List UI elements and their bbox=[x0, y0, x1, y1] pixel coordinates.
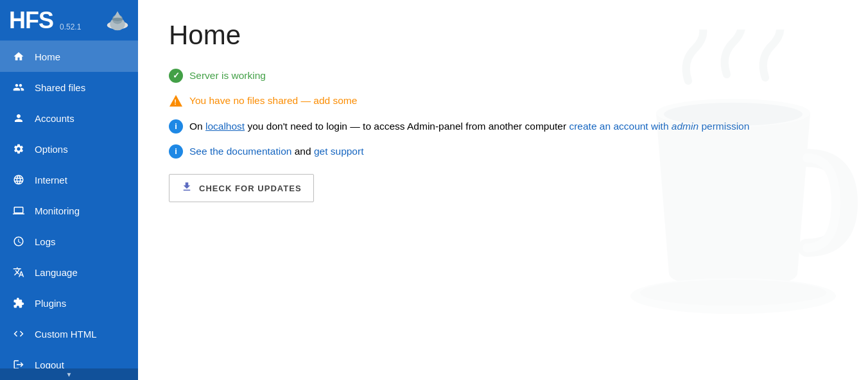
monitoring-icon bbox=[12, 203, 26, 218]
localhost-link[interactable]: localhost bbox=[205, 121, 245, 132]
download-icon bbox=[181, 181, 193, 195]
sidebar: HFS 0.52.1 Home Shared files bbox=[0, 0, 138, 380]
create-link-text: create an account with bbox=[569, 121, 671, 132]
nav-list: Home Shared files Accounts Options Inter… bbox=[0, 41, 138, 368]
sidebar-item-custom-html[interactable]: Custom HTML bbox=[0, 318, 138, 349]
shared-files-icon bbox=[12, 80, 26, 94]
app-version: 0.52.1 bbox=[60, 22, 81, 31]
sidebar-item-options[interactable]: Options bbox=[0, 134, 138, 164]
info-icon-2: i bbox=[169, 144, 183, 159]
checkmark-icon: ✓ bbox=[169, 69, 183, 83]
sidebar-label-accounts: Accounts bbox=[35, 113, 74, 124]
svg-point-8 bbox=[640, 280, 826, 306]
sidebar-label-internet: Internet bbox=[35, 175, 67, 186]
sidebar-label-options: Options bbox=[35, 144, 68, 155]
sidebar-scroll-down[interactable]: ▼ bbox=[0, 368, 138, 380]
accounts-icon bbox=[12, 111, 26, 125]
sidebar-label-plugins: Plugins bbox=[35, 298, 66, 309]
custom-html-icon bbox=[12, 327, 26, 341]
sidebar-label-logout: Logout bbox=[35, 359, 64, 369]
logs-icon bbox=[12, 234, 26, 248]
warning-row: ! You have no files shared — add some bbox=[169, 93, 837, 108]
create-account-link[interactable]: create an account with admin permission bbox=[569, 121, 749, 132]
check-updates-label: CHECK FOR UPDATES bbox=[199, 184, 302, 193]
language-icon bbox=[12, 265, 26, 279]
app-icon bbox=[106, 9, 129, 32]
warning-icon: ! bbox=[169, 94, 183, 108]
sidebar-item-logout[interactable]: Logout bbox=[0, 349, 138, 368]
sidebar-item-plugins[interactable]: Plugins bbox=[0, 288, 138, 318]
main-content: Home ✓ Server is working ! You have no f… bbox=[138, 0, 868, 380]
docs-row: i See the documentation and get support bbox=[169, 144, 837, 159]
warning-text: You have no files shared — add some bbox=[189, 93, 357, 108]
internet-icon bbox=[12, 173, 26, 187]
docs-text: See the documentation and get support bbox=[189, 144, 363, 159]
sidebar-label-language: Language bbox=[35, 267, 78, 278]
home-icon bbox=[12, 49, 26, 64]
info-row: i On localhost you don't need to login —… bbox=[169, 119, 837, 134]
background-decoration bbox=[598, 0, 868, 380]
sidebar-header: HFS 0.52.1 bbox=[0, 0, 138, 41]
warning-label: You have no files shared — bbox=[189, 95, 313, 106]
sidebar-label-monitoring: Monitoring bbox=[35, 205, 80, 216]
add-some-link[interactable]: add some bbox=[313, 95, 357, 106]
support-link[interactable]: get support bbox=[314, 146, 364, 157]
sidebar-label-logs: Logs bbox=[35, 236, 56, 247]
sidebar-item-internet[interactable]: Internet bbox=[0, 164, 138, 195]
info-text-middle: you don't need to login — to access Admi… bbox=[245, 121, 569, 132]
server-status-row: ✓ Server is working bbox=[169, 68, 837, 83]
sidebar-label-shared-files: Shared files bbox=[35, 82, 85, 93]
admin-italic: admin bbox=[672, 121, 699, 132]
sidebar-item-shared-files[interactable]: Shared files bbox=[0, 72, 138, 103]
info-icon: i bbox=[169, 119, 183, 134]
logout-icon bbox=[12, 358, 26, 368]
sidebar-label-home: Home bbox=[35, 51, 60, 62]
permission-text: permission bbox=[699, 121, 749, 132]
svg-point-7 bbox=[630, 278, 836, 314]
server-status-text: Server is working bbox=[189, 68, 266, 83]
info-text: On localhost you don't need to login — t… bbox=[189, 119, 749, 134]
svg-point-4 bbox=[112, 17, 123, 21]
sidebar-item-logs[interactable]: Logs bbox=[0, 226, 138, 257]
sidebar-item-monitoring[interactable]: Monitoring bbox=[0, 195, 138, 226]
page-title: Home bbox=[169, 21, 837, 50]
info-text-before: On bbox=[189, 121, 205, 132]
sidebar-item-home[interactable]: Home bbox=[0, 41, 138, 72]
docs-and: and bbox=[291, 146, 313, 157]
svg-text:!: ! bbox=[174, 98, 177, 106]
plugins-icon bbox=[12, 296, 26, 310]
sidebar-item-accounts[interactable]: Accounts bbox=[0, 103, 138, 134]
sidebar-item-language[interactable]: Language bbox=[0, 257, 138, 288]
docs-link[interactable]: See the documentation bbox=[189, 146, 291, 157]
options-icon bbox=[12, 142, 26, 156]
check-updates-button[interactable]: CHECK FOR UPDATES bbox=[169, 174, 314, 202]
sidebar-label-custom-html: Custom HTML bbox=[35, 329, 97, 340]
app-logo: HFS bbox=[9, 9, 53, 32]
